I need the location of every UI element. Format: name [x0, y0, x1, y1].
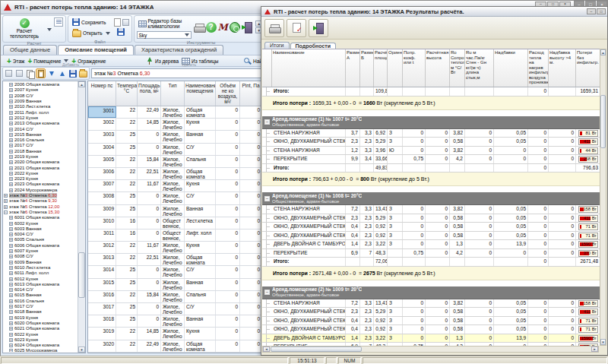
table-row[interactable]: ОКНО, ДВУХКАМЕРНЫЙ СТЕКЛОПАКЕТ0,42,30,92… — [262, 232, 601, 241]
green-badge-icon[interactable] — [230, 22, 240, 33]
scroll-up-icon[interactable]: ▲ — [600, 49, 606, 55]
tree-item-room[interactable]: +2010 Лест.клетка — [4, 104, 77, 109]
tree-item-room[interactable]: +6003 Ванная — [4, 226, 77, 232]
column-header[interactable]: Расчётная площадь — [374, 49, 388, 87]
table-row[interactable]: ОКНО, ДВУХКАМЕРНЫЙ СТЕКЛОПАКЕТ0,42,30,92… — [262, 317, 601, 326]
expand-icon[interactable]: + — [9, 216, 13, 220]
verify-results-button[interactable]: ✓ — [287, 19, 306, 37]
tree-item-room[interactable]: +6017 С/У — [4, 304, 77, 309]
tree-item-room[interactable]: +6011 Лифт. холл — [4, 271, 77, 276]
tab-room-description[interactable]: Описание помещений — [58, 45, 134, 55]
tree-item-room[interactable]: +6013 Общая комната — [4, 282, 77, 287]
expand-icon[interactable]: + — [9, 94, 13, 98]
column-header[interactable]: Тип — [161, 81, 185, 106]
table-row[interactable]: ОКНО, ДВУХКАМЕРНЫЙ СТЕКЛОПАКЕТ0,42,30,92… — [262, 223, 601, 232]
tree-item-room[interactable]: +2023 Кухня — [4, 176, 77, 182]
tree-item-room[interactable]: +6019 Кухня — [4, 315, 77, 320]
column-header[interactable]: Площадь пола, м² — [138, 81, 161, 106]
move-up-button[interactable] — [57, 68, 67, 78]
tree-item-room[interactable]: +2019 Кухня — [4, 154, 77, 160]
tree-item-room[interactable]: +2018 Ванная — [4, 149, 77, 154]
expand-icon[interactable]: + — [9, 271, 13, 275]
expand-icon[interactable]: + — [9, 316, 13, 320]
expand-icon[interactable]: + — [9, 144, 13, 147]
column-header[interactable]: Объём не ко воздуха, м³/ — [216, 81, 240, 106]
save-button[interactable]: Сохранить — [71, 17, 112, 27]
m-brand-icon[interactable]: M — [218, 22, 228, 33]
table-row[interactable]: ОКНО, ДВУХКАМЕРНЫЙ СТЕКЛОПАКЕТ0,42,30,92… — [262, 325, 601, 334]
tab-fence-characteristics[interactable]: Характеристика ограждений — [135, 45, 223, 55]
table-row[interactable]: ОКНО, ДВУХКАМЕРНЫЙ СТЕКЛОПАКЕТ2,32,35,29… — [262, 138, 601, 147]
results-titlebar[interactable]: RTI - расчет потерь тепла зданию: 14 ЭТА… — [261, 7, 607, 17]
table-row[interactable]: СТЕНА НАРУЖНАЯ3,73,36,92З003,8200,050081… — [262, 129, 601, 138]
edit-notes-icon[interactable] — [54, 17, 63, 27]
column-header[interactable]: Pint, Па — [240, 81, 262, 106]
move-down-button[interactable] — [46, 68, 56, 78]
expand-icon[interactable]: + — [9, 138, 13, 142]
expand-icon[interactable]: + — [9, 222, 13, 226]
column-header[interactable]: Расход тепла на нагрев инфильтрующегося … — [528, 49, 549, 87]
tree-item-room[interactable]: +6004 С/У — [4, 232, 77, 237]
expand-icon[interactable]: + — [9, 155, 13, 159]
expand-icon[interactable]: + — [9, 122, 13, 125]
column-header[interactable]: Размер А — [346, 49, 360, 87]
expand-icon[interactable]: + — [9, 83, 13, 87]
expand-icon[interactable]: + — [4, 194, 8, 198]
results-vertical-scrollbar[interactable]: ▲ ▼ — [600, 49, 606, 346]
table-row[interactable]: СТЕНА НАРУЖНАЯ7,23,313,41З003,8200,05001… — [262, 205, 601, 214]
expand-icon[interactable]: + — [9, 172, 13, 176]
tree-item-room[interactable]: +6014 С/У — [4, 287, 77, 293]
tree-item-floor[interactable]: −этаж №6 Отметка 15,30 — [4, 210, 77, 215]
column-header[interactable]: Попр. коэф. или t — [403, 49, 426, 87]
expand-icon[interactable]: + — [9, 88, 13, 92]
expand-icon[interactable]: + — [9, 310, 13, 314]
close-results-button[interactable] — [309, 19, 328, 37]
expand-icon[interactable]: + — [9, 338, 13, 342]
tree-item-room[interactable]: +6001 Общая комната — [4, 215, 77, 220]
column-header[interactable]: Наименование — [272, 49, 346, 87]
expand-icon[interactable]: − — [4, 210, 8, 214]
scroll-right-icon[interactable]: ► — [591, 347, 598, 352]
chevron-down-icon[interactable] — [47, 28, 52, 31]
tree-item-room[interactable]: +2016 Спальня — [4, 138, 77, 143]
save-list-button[interactable] — [68, 68, 78, 78]
tree-item-room[interactable]: +2011 Лифт. холл — [4, 109, 77, 115]
tree-item-room[interactable]: +2024 Мусорокамера — [4, 188, 77, 193]
tree-item-room[interactable]: +6010 Лест.клетка — [4, 265, 77, 271]
climate-select[interactable]: Sky — [137, 31, 192, 39]
load-list-button[interactable] — [78, 68, 88, 78]
tree-item-floor[interactable]: +этаж №3 Отметка 6,30 — [4, 193, 77, 198]
expand-icon[interactable]: + — [9, 238, 13, 242]
tree-item-room[interactable]: +6008 С/У — [4, 254, 77, 259]
expand-icon[interactable]: + — [9, 277, 13, 281]
tree-item-room[interactable]: +6022 Кухня — [4, 331, 77, 337]
expand-icon[interactable]: + — [9, 105, 13, 109]
open-button[interactable]: Открыть — [71, 28, 112, 38]
table-row[interactable]: ПЕРЕКРЫТИЕ9,93,433,660,7504,20000258 Вт — [262, 155, 601, 164]
expand-icon[interactable]: + — [9, 188, 13, 192]
expand-icon[interactable]: + — [9, 283, 13, 286]
collapse-section-icon[interactable]: − — [264, 119, 270, 125]
tree-item-floor[interactable]: +этаж №4 Отметка 9,30 — [4, 198, 77, 204]
tree-item-room[interactable]: +2022 Кухня — [4, 171, 77, 176]
column-header[interactable]: Наименование помещения — [185, 81, 216, 106]
tree-item-room[interactable]: +6007 Кухня — [4, 248, 77, 254]
save-as-icon[interactable] — [117, 28, 125, 36]
tree-item-room[interactable]: +6002 Кухня — [4, 220, 77, 226]
table-row[interactable]: СТЕНА НАРУЖНАЯ1,23,33,96Ю003,82000044 Вт — [262, 147, 601, 156]
expand-icon[interactable]: + — [9, 305, 13, 309]
column-header[interactable]: Темпера °С — [116, 81, 138, 106]
results-horizontal-scrollbar[interactable]: ◄ ► — [262, 346, 599, 353]
expand-icon[interactable]: + — [9, 327, 13, 331]
expand-icon[interactable]: + — [9, 299, 13, 303]
tree-item-room[interactable]: +6018 Ванная — [4, 309, 77, 315]
tree-item-room[interactable]: +6012 Кухня — [4, 276, 77, 281]
tree-item-room[interactable]: +2008 С/У — [4, 93, 77, 99]
new-document-icon[interactable] — [114, 18, 121, 27]
minimize-icon[interactable]: – — [587, 8, 596, 14]
tree-item-room[interactable]: +6023 Кухня — [4, 337, 77, 343]
exit-door-icon[interactable] — [242, 22, 252, 32]
collapse-all-button[interactable] — [4, 68, 14, 78]
expand-icon[interactable]: + — [9, 343, 13, 347]
expand-icon[interactable]: + — [9, 261, 13, 264]
